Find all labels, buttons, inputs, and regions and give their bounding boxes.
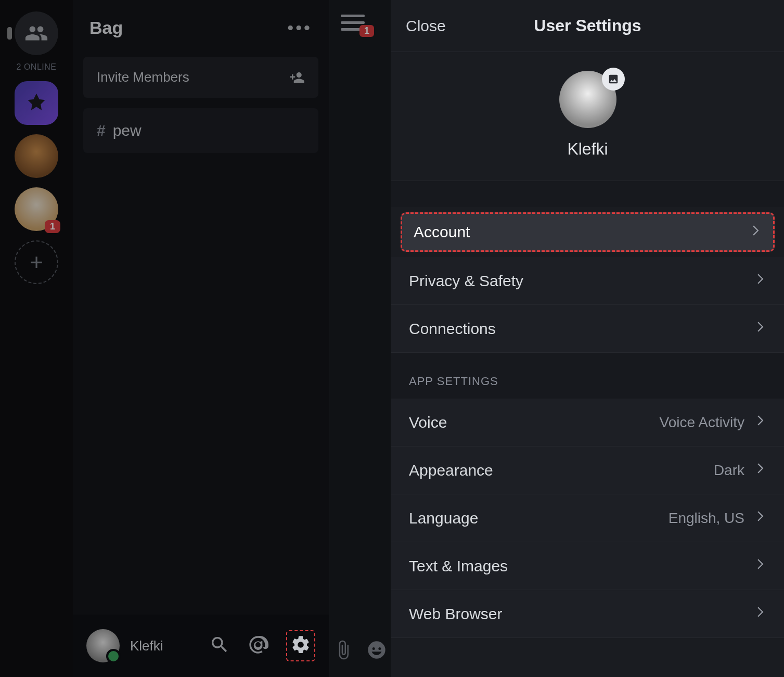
row-value: English, US [669,510,744,527]
add-person-icon [289,70,305,85]
row-label: Privacy & Safety [409,272,523,290]
server-glyph-icon [25,92,48,114]
current-user-name: Klefki [130,638,199,654]
app-settings-header: APP SETTINGS [391,353,784,399]
server-name-label[interactable]: Bag [89,18,123,38]
image-icon [608,73,619,85]
chevron-right-icon [753,320,766,337]
add-server-button[interactable]: + [15,240,58,284]
friends-server-icon[interactable] [15,11,58,55]
profile-avatar[interactable] [559,71,616,128]
people-icon [24,21,48,45]
server-more-button[interactable]: ••• [287,18,312,38]
settings-row-privacy[interactable]: Privacy & Safety [391,257,784,305]
hash-icon: # [97,122,106,139]
search-button[interactable] [209,634,230,657]
channel-item-pew[interactable]: # pew [83,108,318,153]
mentions-button[interactable] [248,634,268,657]
plus-icon: + [30,249,43,275]
chevron-right-icon [753,462,766,479]
edit-avatar-button[interactable] [602,68,625,91]
chevron-right-icon [753,414,766,431]
settings-title: User Settings [534,16,641,35]
settings-row-language[interactable]: Language English, US [391,494,784,542]
user-bar: Klefki [73,615,329,677]
chat-area-peek: 1 [329,0,391,677]
channel-sidebar: Bag ••• Invite Members # pew Klefki [73,0,329,677]
section-divider [391,181,784,207]
row-label: Appearance [409,462,493,479]
server-icon-1[interactable] [15,81,58,125]
attach-button[interactable] [333,640,354,662]
row-value: Voice Activity [660,414,744,431]
close-button[interactable]: Close [406,17,446,35]
invite-members-button[interactable]: Invite Members [83,57,318,98]
at-icon [248,634,268,655]
search-icon [209,634,230,655]
gear-icon [290,634,311,655]
current-user-avatar[interactable] [86,629,120,662]
server-rail: 2 ONLINE 1 + [0,0,73,677]
settings-row-appearance[interactable]: Appearance Dark [391,446,784,494]
settings-row-voice[interactable]: Voice Voice Activity [391,399,784,446]
row-value: Dark [714,462,744,479]
settings-row-connections[interactable]: Connections [391,305,784,353]
row-label: Connections [409,320,496,338]
chevron-right-icon [753,605,766,622]
profile-name: Klefki [567,139,608,159]
profile-section: Klefki [391,52,784,181]
chevron-right-icon [753,557,766,574]
online-count-label: 2 ONLINE [17,62,57,72]
row-label: Language [409,509,478,527]
user-settings-panel: Close User Settings Klefki Account Priva… [391,0,784,677]
server-icon-3[interactable]: 1 [15,187,58,231]
invite-members-label: Invite Members [97,69,189,85]
smile-icon [366,640,387,660]
settings-row-account[interactable]: Account [401,212,775,252]
server-notification-badge: 1 [45,220,60,233]
settings-row-text-images[interactable]: Text & Images [391,542,784,590]
channel-name-label: pew [113,122,142,139]
chevron-right-icon [753,509,766,527]
settings-button[interactable] [286,630,315,661]
settings-row-web-browser[interactable]: Web Browser [391,590,784,638]
row-label: Web Browser [409,605,503,623]
row-label: Voice [409,414,447,431]
server-icon-2[interactable] [15,134,58,178]
row-label: Account [414,223,470,241]
chevron-right-icon [753,272,766,289]
paperclip-icon [333,640,354,660]
chevron-right-icon [748,224,762,241]
row-label: Text & Images [409,557,508,575]
menu-notification-badge: 1 [359,25,374,37]
emoji-button[interactable] [366,640,387,662]
